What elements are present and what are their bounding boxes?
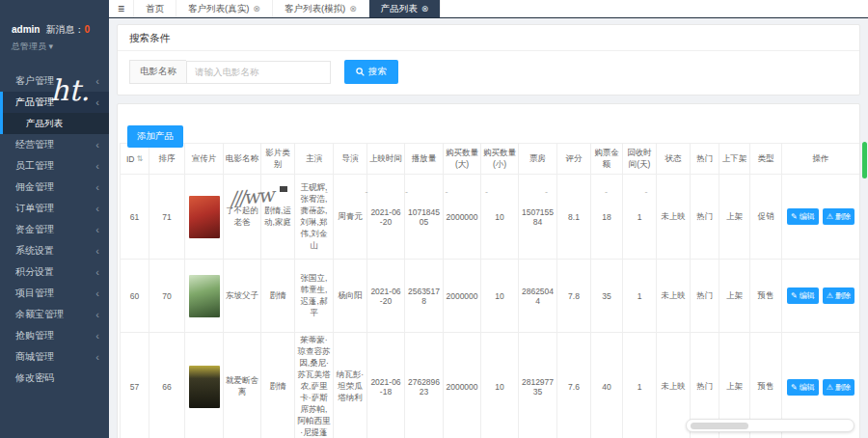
sidebar-item-yuebao-mgmt[interactable]: 余额宝管理 ‹	[0, 304, 109, 325]
sidebar-item-flashsale-mgmt[interactable]: 抢购管理 ‹	[0, 325, 109, 346]
edit-button-label: 编辑	[800, 211, 815, 222]
search-conditions-card: 搜索条件 电影名称 搜索	[117, 24, 860, 96]
search-form: 电影名称 搜索	[118, 51, 859, 95]
vertical-scrollbar[interactable]	[861, 134, 868, 438]
cell-category: 剧情	[261, 260, 295, 333]
edit-icon: ✎	[791, 212, 798, 221]
cell-release-date: 2021-06-20	[367, 260, 405, 333]
cell-director: 杨向阳	[334, 260, 367, 333]
sidebar-item-change-password[interactable]: 修改密码	[0, 368, 109, 389]
sidebar-item-points-settings[interactable]: 积分设置 ‹	[0, 261, 109, 283]
user-role: 总管理员	[12, 41, 46, 51]
cell-type: 促销	[750, 175, 782, 260]
tab-home[interactable]: 首页	[134, 0, 176, 17]
page-content: 搜索条件 电影名称 搜索 ///ww - - - - - - - - 添加产品	[109, 18, 868, 438]
close-icon[interactable]: ⊗	[349, 4, 357, 14]
sort-icon: ⇅	[136, 154, 143, 163]
close-icon[interactable]: ⊗	[421, 4, 429, 14]
movie-name-label: 电影名称	[129, 60, 186, 84]
edit-button[interactable]: ✎编辑	[787, 208, 819, 225]
cell-buy-qty-big: 2000000	[444, 333, 481, 438]
poster-thumbnail[interactable]	[189, 366, 220, 408]
id-sort-control[interactable]: ID ⇅	[126, 154, 143, 164]
sidebar-item-commission-mgmt[interactable]: 佣金管理 ‹	[0, 177, 109, 198]
sidebar-item-order-mgmt[interactable]: 订单管理 ‹	[0, 198, 109, 219]
edit-button[interactable]: ✎编辑	[787, 379, 819, 396]
sidebar-item-product-list[interactable]: 产品列表	[3, 113, 109, 134]
cell-sort: 70	[149, 260, 185, 333]
close-icon[interactable]: ⊗	[253, 4, 260, 14]
edit-icon: ✎	[791, 383, 798, 392]
messages-label: 新消息：	[45, 24, 84, 35]
cell-id: 61	[121, 175, 149, 260]
sidebar-item-label: 经营管理	[15, 138, 54, 151]
cell-status: 未上映	[657, 333, 691, 438]
sidebar-item-system-settings[interactable]: 系统设置 ‹	[0, 240, 109, 261]
movie-name-input[interactable]	[186, 61, 331, 84]
cell-sort: 71	[149, 175, 185, 260]
delete-button-label: 删除	[835, 290, 851, 301]
add-product-button[interactable]: 添加产品	[127, 125, 183, 148]
sidebar-item-label: 抢购管理	[15, 329, 54, 342]
cell-hot: 热门	[691, 175, 719, 260]
delete-button[interactable]: ⚠删除	[823, 287, 854, 304]
tab-customer-list-real[interactable]: 客户列表(真实) ⊗	[176, 0, 273, 17]
cell-ticket-amount: 35	[591, 260, 623, 333]
sidebar-item-label: 客户管理	[15, 74, 54, 88]
vertical-scrollbar-thumb[interactable]	[862, 142, 867, 178]
user-block[interactable]: admin新消息：0 总管理员 ▾	[0, 0, 109, 63]
tab-label: 客户列表(模拟)	[285, 3, 345, 15]
col-box-office: 票房	[519, 144, 557, 175]
col-recycle-days: 回收时间(天)	[623, 144, 657, 175]
cell-category: 剧情	[261, 333, 295, 438]
sidebar-item-label: 员工管理	[15, 159, 54, 173]
sidebar-item-funds-mgmt[interactable]: 资金管理 ‹	[0, 219, 109, 240]
table-header-row: ID ⇅ 排序 宣传片 电影名称 影片类别 主演 导演 上映时间	[121, 144, 860, 175]
col-label: ID	[126, 154, 135, 164]
col-score: 评分	[557, 144, 591, 175]
poster-thumbnail[interactable]	[189, 275, 220, 317]
tab-label: 首页	[146, 3, 164, 15]
search-button[interactable]: 搜索	[344, 60, 398, 84]
col-director: 导演	[334, 144, 367, 175]
warning-icon: ⚠	[827, 383, 833, 392]
col-release-date: 上映时间	[367, 144, 405, 175]
sidebar-item-label: 修改密码	[15, 371, 54, 385]
sidebar-item-label: 积分设置	[15, 265, 54, 279]
col-type: 类型	[750, 144, 782, 175]
cell-score: 7.8	[557, 260, 591, 333]
chevron-left-icon: ‹	[95, 75, 99, 87]
chevron-left-icon: ‹	[95, 160, 99, 172]
tab-product-list[interactable]: 产品列表 ⊗	[369, 0, 442, 17]
col-buy-qty-big: 购买数量(大)	[444, 144, 481, 175]
horizontal-scrollbar-thumb[interactable]	[691, 423, 748, 429]
sidebar-item-label: 项目管理	[15, 287, 54, 300]
product-list-card: ///ww - - - - - - - - 添加产品	[117, 103, 860, 438]
col-category: 影片类别	[261, 144, 295, 175]
edit-icon: ✎	[791, 291, 798, 300]
cell-status: 未上映	[657, 260, 691, 333]
tab-customer-list-sim[interactable]: 客户列表(模拟) ⊗	[273, 0, 369, 17]
edit-button[interactable]: ✎编辑	[787, 287, 819, 304]
cell-director: 纳瓦彭·坦荣瓜塔纳利	[334, 333, 367, 438]
delete-button[interactable]: ⚠删除	[823, 208, 854, 225]
cell-id: 60	[121, 260, 149, 333]
col-actions: 操作	[782, 144, 860, 175]
col-movie-name: 电影名称	[224, 144, 261, 175]
username: admin	[12, 24, 40, 35]
chevron-left-icon: ‹	[95, 181, 99, 193]
cell-cast: 茱蒂蒙·琼查容苏因,桑尼·苏瓦美塔农,萨里卡·萨斯席苏帕,阿帕西里·尼提蓬	[295, 333, 334, 438]
horizontal-scrollbar[interactable]	[686, 419, 854, 432]
hamburger-menu-icon[interactable]: ≡	[109, 0, 134, 17]
sidebar-item-operation-mgmt[interactable]: 经营管理 ‹	[0, 134, 109, 155]
caret-down-icon: ▾	[49, 41, 54, 51]
sidebar-item-mall-mgmt[interactable]: 商城管理 ‹	[0, 346, 109, 368]
sidebar-item-project-mgmt[interactable]: 项目管理 ‹	[0, 283, 109, 304]
table-row: 60 70 东坡父子 剧情 张国立,韩童生,迟蓬,郝平 杨向阳 2021-06-…	[121, 260, 860, 333]
tab-label: 客户列表(真实)	[188, 3, 249, 15]
poster-thumbnail[interactable]	[189, 196, 220, 238]
edit-button-label: 编辑	[800, 290, 815, 301]
messages-count-badge: 0	[84, 24, 90, 35]
delete-button[interactable]: ⚠删除	[823, 379, 854, 396]
sidebar-item-employee-mgmt[interactable]: 员工管理 ‹	[0, 155, 109, 177]
